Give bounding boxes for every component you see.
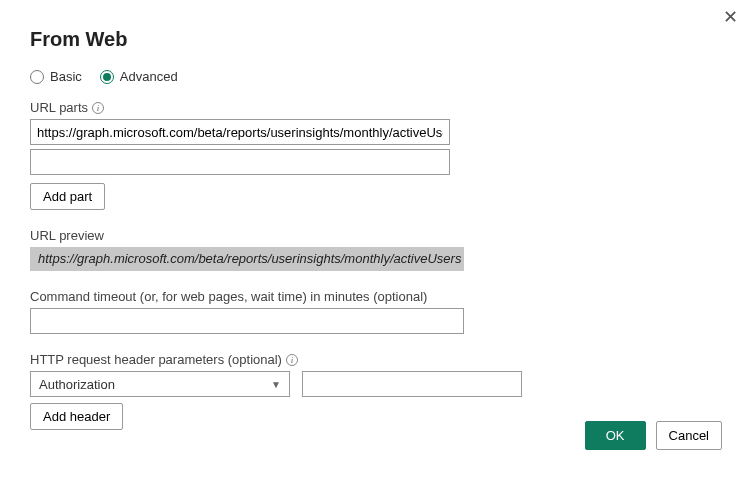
cancel-button[interactable]: Cancel: [656, 421, 722, 450]
dialog-title: From Web: [30, 28, 722, 51]
chevron-down-icon: ▼: [271, 379, 281, 390]
dialog-footer: OK Cancel: [585, 421, 722, 450]
radio-dot-icon: [103, 73, 111, 81]
radio-advanced-label: Advanced: [120, 69, 178, 84]
timeout-label: Command timeout (or, for web pages, wait…: [30, 289, 722, 304]
timeout-section: Command timeout (or, for web pages, wait…: [30, 289, 722, 334]
url-preview-label: URL preview: [30, 228, 722, 243]
add-part-button[interactable]: Add part: [30, 183, 105, 210]
url-parts-label: URL parts i: [30, 100, 722, 115]
url-preview-section: URL preview https://graph.microsoft.com/…: [30, 228, 722, 271]
radio-advanced[interactable]: Advanced: [100, 69, 178, 84]
radio-circle-icon: [30, 70, 44, 84]
radio-basic-label: Basic: [50, 69, 82, 84]
url-part-input-0[interactable]: [30, 119, 450, 145]
from-web-dialog: ✕ From Web Basic Advanced URL parts i Ad…: [0, 0, 752, 468]
info-icon[interactable]: i: [92, 102, 104, 114]
url-parts-section: URL parts i Add part: [30, 100, 722, 210]
header-name-select[interactable]: Authorization ▼: [30, 371, 290, 397]
info-icon[interactable]: i: [286, 354, 298, 366]
headers-section: HTTP request header parameters (optional…: [30, 352, 722, 430]
url-part-input-1[interactable]: [30, 149, 450, 175]
header-row: Authorization ▼: [30, 371, 722, 397]
timeout-input[interactable]: [30, 308, 464, 334]
url-preview-value: https://graph.microsoft.com/beta/reports…: [30, 247, 464, 271]
radio-circle-icon: [100, 70, 114, 84]
header-name-value: Authorization: [39, 377, 115, 392]
radio-basic[interactable]: Basic: [30, 69, 82, 84]
ok-button[interactable]: OK: [585, 421, 646, 450]
headers-label-text: HTTP request header parameters (optional…: [30, 352, 282, 367]
url-preview-label-text: URL preview: [30, 228, 104, 243]
headers-label: HTTP request header parameters (optional…: [30, 352, 722, 367]
add-header-button[interactable]: Add header: [30, 403, 123, 430]
mode-radio-group: Basic Advanced: [30, 69, 722, 84]
timeout-label-text: Command timeout (or, for web pages, wait…: [30, 289, 427, 304]
url-parts-label-text: URL parts: [30, 100, 88, 115]
header-value-input[interactable]: [302, 371, 522, 397]
close-icon[interactable]: ✕: [723, 8, 738, 26]
